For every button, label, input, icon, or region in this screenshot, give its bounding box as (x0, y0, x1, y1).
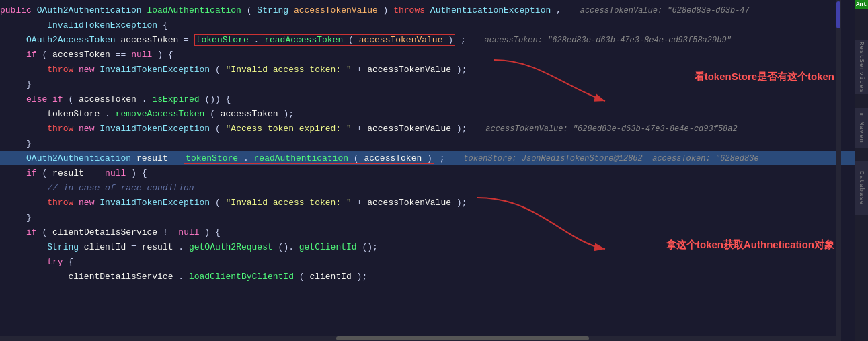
code-line-1: public OAuth2Authentication loadAuthenti… (0, 3, 855, 17)
type-oauth2auth: OAuth2Authentication (37, 5, 142, 15)
rest-label: RestServices (858, 42, 865, 93)
code-line-7: else if ( accessToken . isExpired ()) { (0, 91, 855, 106)
scrollbar-h-thumb[interactable] (336, 336, 588, 340)
code-line-3: OAuth2AccessToken accessToken = tokenSto… (0, 32, 855, 47)
code-editor: public OAuth2Authentication loadAuthenti… (0, 0, 855, 341)
keyword-public: public (0, 5, 32, 15)
vertical-scrollbar[interactable] (836, 0, 841, 336)
annotation-top: 看tokenStore是否有这个token (695, 71, 834, 83)
annotation-bottom: 拿这个token获取Authnetication对象 (666, 239, 834, 252)
tokenstore-box-2: tokenStore . readAuthentication ( access… (184, 153, 434, 164)
code-line-10: } (0, 136, 855, 151)
maven-panel[interactable]: m Maven (855, 108, 868, 148)
code-line-13: // in case of race condition (0, 180, 855, 195)
code-line-11: OAuth2Authentication result = tokenStore… (0, 151, 855, 165)
tokenstore-box-1: tokenStore . readAccessToken ( accessTok… (194, 34, 455, 46)
code-line-14: throw new InvalidTokenException ( "Inval… (0, 195, 855, 210)
code-line-8: tokenStore . removeAccessToken ( accessT… (0, 106, 855, 121)
code-line-4: if ( accessToken == null ) { (0, 47, 855, 62)
code-line-12: if ( result == null ) { (0, 165, 855, 180)
rest-services-panel[interactable]: RestServices (855, 40, 868, 94)
code-line-18: try { (0, 254, 855, 269)
ant-label: Ant (856, 1, 867, 8)
code-line-15: } (0, 210, 855, 225)
ant-panel[interactable]: Ant (855, 0, 868, 9)
db-label: Database (858, 171, 865, 205)
code-line-16: if ( clientDetailsService != null ) { (0, 225, 855, 239)
code-line-2: InvalidTokenException { (0, 17, 855, 32)
code-line-9: throw new InvalidTokenException ( "Acces… (0, 121, 855, 136)
horizontal-scrollbar[interactable] (0, 336, 841, 341)
database-panel[interactable]: Database (855, 161, 868, 215)
code-line-19: clientDetailsService . loadClientByClien… (0, 269, 855, 284)
maven-label: m Maven (858, 113, 865, 143)
scrollbar-v-thumb[interactable] (836, 1, 840, 28)
method-loadauth: loadAuthentication (147, 5, 241, 15)
